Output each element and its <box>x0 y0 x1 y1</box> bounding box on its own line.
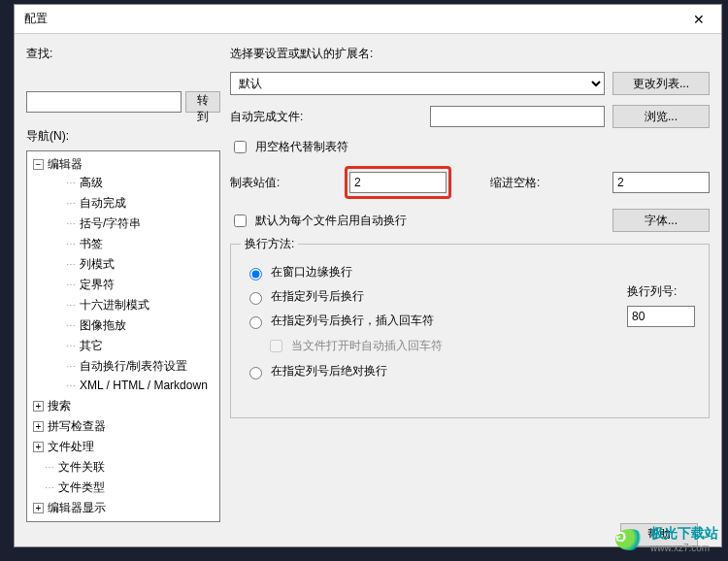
wrap-col-label: 换行列号: <box>627 283 695 300</box>
browse-button[interactable]: 浏览... <box>612 105 710 128</box>
tree-leaf[interactable]: 书签 <box>49 234 220 254</box>
radio-window-edge[interactable]: 在窗口边缘换行 <box>245 264 695 280</box>
autocomplete-label: 自动完成文件: <box>230 109 327 125</box>
font-button[interactable]: 字体... <box>612 209 710 232</box>
group-legend: 换行方法: <box>241 236 298 252</box>
window-title: 配置 <box>24 11 48 27</box>
tree-leaf[interactable]: 文件关联 <box>27 457 220 478</box>
tree-leaf[interactable]: 其它 <box>49 336 220 356</box>
goto-button[interactable]: 转到 <box>185 91 220 113</box>
tree-leaf[interactable]: 列模式 <box>49 254 220 275</box>
titlebar: 配置 ✕ <box>15 5 721 34</box>
autocomplete-file-input[interactable] <box>430 106 605 127</box>
tree-leaf[interactable]: 十六进制模式 <box>49 295 220 315</box>
tree-node[interactable]: +拼写检查器 <box>27 416 220 437</box>
use-spaces-checkbox-row[interactable]: 用空格代替制表符 <box>230 138 710 156</box>
use-spaces-label: 用空格代替制表符 <box>255 139 348 155</box>
tree-node[interactable]: +搜索 <box>27 396 220 416</box>
radio-r4[interactable] <box>249 367 262 380</box>
wrap-col-input[interactable] <box>627 306 695 327</box>
help-button[interactable]: 帮助 <box>620 523 698 546</box>
tree-leaf[interactable]: 高级 <box>49 173 220 193</box>
use-spaces-checkbox[interactable] <box>234 141 247 153</box>
tree-node-editor[interactable]: −编辑器 高级 自动完成 括号/字符串 书签 列模式 定界符 十六进制模式 图像… <box>27 154 220 396</box>
change-list-button[interactable]: 更改列表... <box>612 72 710 95</box>
indent-input[interactable] <box>612 172 710 193</box>
ext-select[interactable]: 默认 <box>230 72 605 95</box>
tabstop-input[interactable] <box>349 172 447 193</box>
expand-icon[interactable]: + <box>33 401 44 412</box>
right-panel: 选择要设置或默认的扩展名: 默认 更改列表... 自动完成文件: 浏览... 用… <box>230 46 710 522</box>
dialog-footer: 帮助 <box>15 522 721 546</box>
radio-r1[interactable] <box>249 268 262 280</box>
search-label: 查找: <box>26 46 220 62</box>
nav-label: 导航(N): <box>26 128 220 145</box>
tree-node[interactable]: +文件处理 <box>27 437 220 457</box>
default-autowrap-checkbox[interactable] <box>234 214 247 227</box>
tabstop-label: 制表站值: <box>230 175 337 191</box>
close-icon: ✕ <box>693 12 705 27</box>
tabstop-highlight <box>345 166 451 199</box>
tree-leaf[interactable]: 文件类型 <box>27 478 220 498</box>
expand-icon[interactable]: + <box>33 442 44 452</box>
tree-leaf[interactable]: 自动完成 <box>49 193 220 214</box>
radio-r2[interactable] <box>249 292 262 305</box>
search-input[interactable] <box>26 91 182 113</box>
tree-leaf[interactable]: XML / HTML / Markdown <box>49 377 220 394</box>
auto-insert-cr-checkbox <box>270 340 282 352</box>
tree-leaf[interactable]: 定界符 <box>49 275 220 295</box>
nav-tree[interactable]: −编辑器 高级 自动完成 括号/字符串 书签 列模式 定界符 十六进制模式 图像… <box>26 150 220 522</box>
auto-insert-cr-row: 当文件打开时自动插入回车符 <box>266 337 695 355</box>
radio-r3[interactable] <box>249 316 262 329</box>
tree-leaf[interactable]: 图像拖放 <box>49 315 220 336</box>
ext-label: 选择要设置或默认的扩展名: <box>230 46 710 62</box>
left-panel: 查找: 转到 导航(N): −编辑器 高级 自动完成 括号/字符串 书签 列模式 <box>26 46 220 522</box>
tree-leaf[interactable]: 括号/字符串 <box>49 214 220 234</box>
expand-icon[interactable]: + <box>33 421 44 432</box>
wrap-method-group: 换行方法: 在窗口边缘换行 在指定列号后换行 在指定列号后换行，插入回车符 当文… <box>230 244 710 418</box>
tree-leaf[interactable]: 自动换行/制表符设置 <box>49 356 220 377</box>
indent-label: 缩进空格: <box>490 175 540 191</box>
radio-absolute-col[interactable]: 在指定列号后绝对换行 <box>245 363 695 380</box>
default-autowrap-row[interactable]: 默认为每个文件启用自动换行 <box>230 212 605 230</box>
close-button[interactable]: ✕ <box>677 5 721 34</box>
default-autowrap-label: 默认为每个文件启用自动换行 <box>255 213 407 229</box>
collapse-icon[interactable]: − <box>33 159 44 170</box>
config-dialog: 配置 ✕ 查找: 转到 导航(N): −编辑器 高级 自动完成 <box>14 4 722 547</box>
expand-icon[interactable]: + <box>33 503 44 513</box>
tree-node[interactable]: +编辑器显示 <box>27 498 220 518</box>
